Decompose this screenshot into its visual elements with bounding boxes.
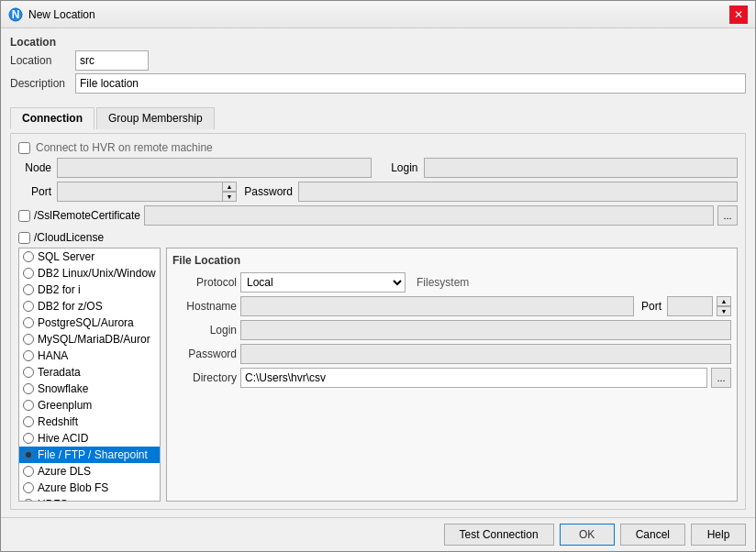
cancel-button[interactable]: Cancel xyxy=(620,524,685,546)
ssl-checkbox[interactable] xyxy=(18,210,30,222)
login-input[interactable] xyxy=(424,158,739,178)
db-item-greenplum[interactable]: Greenplum xyxy=(19,397,160,414)
protocol-select[interactable]: Local FTP SFTP S3 Azure xyxy=(240,272,406,293)
db-item-teradata[interactable]: Teradata xyxy=(19,364,160,381)
ssl-browse-button[interactable]: ... xyxy=(717,205,738,226)
login-fl-input[interactable] xyxy=(240,320,731,340)
hostname-input[interactable] xyxy=(240,296,634,316)
db-label-db2-i: DB2 for i xyxy=(38,283,81,296)
location-row: Location xyxy=(10,50,746,71)
port-fl-up-button[interactable]: ▲ xyxy=(717,296,731,306)
db-item-sql-server[interactable]: SQL Server xyxy=(19,248,160,265)
db-label-azure-blob: Azure Blob FS xyxy=(38,481,108,494)
db-item-redshift[interactable]: Redshift xyxy=(19,414,160,430)
location-section-header: Location xyxy=(10,36,746,49)
remote-checkbox-row: Connect to HVR on remote machine xyxy=(18,141,738,154)
test-connection-button[interactable]: Test Connection xyxy=(444,524,554,546)
dialog-footer: Test Connection OK Cancel Help xyxy=(1,517,755,551)
db-item-db2-linux[interactable]: DB2 Linux/Unix/Window xyxy=(19,265,160,282)
hostname-port-row: Hostname Port ▲ ▼ xyxy=(172,296,731,316)
db-label-db2-linux: DB2 Linux/Unix/Window xyxy=(38,267,156,280)
port-label: Port xyxy=(18,185,51,198)
port-input[interactable] xyxy=(57,182,222,202)
radio-db2-linux xyxy=(23,268,34,279)
radio-db2-i xyxy=(23,284,34,295)
radio-teradata xyxy=(23,367,34,378)
db-label-mysql: MySQL/MariaDB/Auror xyxy=(38,333,150,346)
login-fl-row: Login xyxy=(172,320,731,340)
port-fl-down-button[interactable]: ▼ xyxy=(717,306,731,316)
radio-postgresql xyxy=(23,317,34,328)
port-spinner-buttons: ▲ ▼ xyxy=(222,182,237,202)
node-input[interactable] xyxy=(57,158,372,178)
password-fl-row: Password xyxy=(172,344,731,364)
db-item-hdfs[interactable]: HDFS xyxy=(19,496,160,502)
directory-label: Directory xyxy=(172,371,237,384)
new-location-dialog: N New Location ✕ Location Location Descr… xyxy=(0,0,756,552)
db-list[interactable]: SQL Server DB2 Linux/Unix/Window DB2 for… xyxy=(18,248,161,502)
radio-mysql xyxy=(23,334,34,345)
directory-input[interactable] xyxy=(240,368,707,388)
radio-hive-acid xyxy=(23,433,34,444)
db-item-hive-acid[interactable]: Hive ACID xyxy=(19,430,160,447)
password-fl-label: Password xyxy=(172,348,237,360)
tab-content: Connect to HVR on remote machine Node Lo… xyxy=(10,133,746,510)
db-item-postgresql[interactable]: PostgreSQL/Aurora xyxy=(19,315,160,331)
port-down-button[interactable]: ▼ xyxy=(222,192,237,202)
db-label-file-ftp: File / FTP / Sharepoint xyxy=(38,448,148,461)
port-fl-input[interactable] xyxy=(667,296,713,316)
db-item-db2-zos[interactable]: DB2 for z/OS xyxy=(19,298,160,315)
cloud-checkbox[interactable] xyxy=(18,232,30,244)
db-label-snowflake: Snowflake xyxy=(38,382,88,395)
tab-connection[interactable]: Connection xyxy=(10,107,94,129)
radio-snowflake xyxy=(23,383,34,394)
ssl-label: /SslRemoteCertificate xyxy=(34,209,140,222)
directory-row: Directory ... xyxy=(172,368,731,388)
remote-checkbox[interactable] xyxy=(18,142,30,154)
db-item-snowflake[interactable]: Snowflake xyxy=(19,381,160,397)
db-item-mysql[interactable]: MySQL/MariaDB/Auror xyxy=(19,331,160,348)
ok-button[interactable]: OK xyxy=(560,524,615,546)
description-row: Description xyxy=(10,73,746,94)
file-location-panel: File Location Protocol Local FTP SFTP S3… xyxy=(166,248,738,502)
filesystem-label: Filesystem xyxy=(417,276,469,289)
radio-redshift xyxy=(23,416,34,427)
tabs: Connection Group Membership xyxy=(10,107,746,129)
db-item-db2-i[interactable]: DB2 for i xyxy=(19,282,160,298)
location-section: Location Location Description xyxy=(10,36,746,96)
directory-browse-button[interactable]: ... xyxy=(711,368,731,388)
radio-hana xyxy=(23,350,34,361)
db-item-azure-blob[interactable]: Azure Blob FS xyxy=(19,480,160,496)
db-label-redshift: Redshift xyxy=(38,415,78,428)
port-password-row: Port ▲ ▼ Password xyxy=(18,182,738,202)
location-input[interactable] xyxy=(75,50,149,71)
title-bar: N New Location ✕ xyxy=(1,1,755,28)
file-location-header: File Location xyxy=(172,254,731,267)
tab-group-membership[interactable]: Group Membership xyxy=(96,107,215,129)
cloud-row: /CloudLicense xyxy=(18,231,738,244)
radio-db2-zos xyxy=(23,301,34,312)
password-input[interactable] xyxy=(298,182,738,202)
port-fl-spinner: ▲ ▼ xyxy=(717,296,731,316)
db-item-hana[interactable]: HANA xyxy=(19,348,160,364)
radio-greenplum xyxy=(23,400,34,411)
password-fl-input[interactable] xyxy=(240,344,731,364)
radio-file-ftp xyxy=(23,449,34,460)
port-spinner: ▲ ▼ xyxy=(57,182,237,202)
help-button[interactable]: Help xyxy=(691,524,746,546)
description-input[interactable] xyxy=(75,73,746,94)
radio-azure-dls xyxy=(23,466,34,477)
db-item-azure-dls[interactable]: Azure DLS xyxy=(19,463,160,480)
port-up-button[interactable]: ▲ xyxy=(222,182,237,192)
radio-sql-server xyxy=(23,251,34,262)
cloud-label: /CloudLicense xyxy=(34,231,104,244)
dialog-icon: N xyxy=(8,7,23,22)
close-button[interactable]: ✕ xyxy=(729,6,748,24)
ssl-input[interactable] xyxy=(144,205,714,226)
db-item-file-ftp[interactable]: File / FTP / Sharepoint xyxy=(19,447,160,463)
dialog-body: Location Location Description Connection… xyxy=(1,28,755,517)
remote-checkbox-label: Connect to HVR on remote machine xyxy=(36,141,213,154)
password-label: Password xyxy=(242,185,293,198)
radio-hdfs xyxy=(23,499,34,502)
description-label: Description xyxy=(10,77,70,90)
